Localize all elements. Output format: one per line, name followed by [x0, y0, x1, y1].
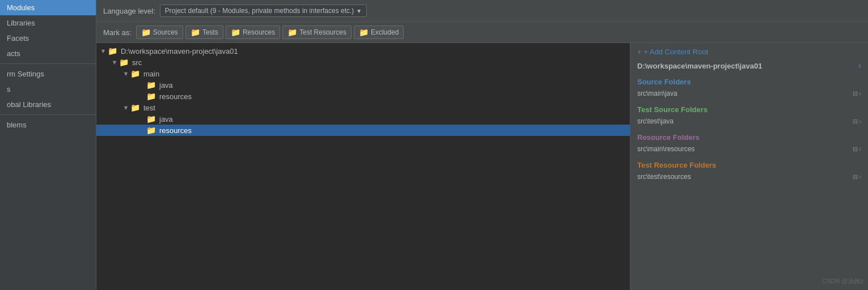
sidebar-item-platform-settings[interactable]: rm Settings: [0, 66, 96, 82]
tests-label: Tests: [202, 28, 218, 36]
test-java-folder-icon: 📁: [146, 114, 156, 123]
mark-sources-button[interactable]: 📁 Sources: [136, 25, 183, 39]
chevron-icon: ▼: [110, 59, 119, 66]
test-source-folder-path: src\test\java: [637, 117, 674, 125]
src-folder-icon: 📁: [119, 58, 129, 67]
arrow-test-resource-icon: ›: [859, 173, 861, 180]
java-folder-icon: 📁: [146, 80, 156, 89]
test-folder-label: test: [143, 104, 155, 112]
tree-item-root[interactable]: ▼ 📁 D:\workspace\maven-project\java01: [96, 45, 630, 57]
right-panel: + + Add Content Root D:\workspace\maven-…: [630, 43, 868, 290]
add-content-root-button[interactable]: + + Add Content Root: [637, 48, 861, 56]
add-content-root-label: + Add Content Root: [643, 48, 708, 56]
test-resources-label: Test Resources: [299, 28, 346, 36]
remove-source-icon: ⊟: [853, 90, 858, 97]
sidebar-divider: [0, 63, 96, 64]
sidebar-item-libraries[interactable]: Libraries: [0, 15, 96, 31]
test-source-folder-path-row: src\test\java ⊟ ›: [637, 116, 861, 126]
test-resource-folder-actions[interactable]: ⊟ ›: [853, 173, 861, 181]
sources-folder-icon: 📁: [141, 28, 151, 37]
resource-folders-section: Resource Folders src\main\resources ⊟ ›: [637, 133, 861, 154]
test-resource-folders-title: Test Resource Folders: [637, 161, 861, 169]
resource-folders-title: Resource Folders: [637, 133, 861, 142]
sources-label: Sources: [153, 28, 178, 36]
root-folder-icon: 📁: [108, 46, 117, 56]
tree-item-main-resources[interactable]: 📁 resources: [96, 91, 630, 102]
language-level-dropdown[interactable]: Project default (9 - Modules, private me…: [160, 5, 367, 17]
chevron-icon: ▼: [99, 48, 108, 54]
source-folders-title: Source Folders: [637, 78, 861, 86]
resources-label: Resources: [243, 28, 275, 36]
arrow-source-icon: ›: [859, 90, 861, 97]
remove-test-source-icon: ⊟: [853, 118, 858, 125]
source-folder-path: src\main\java: [637, 89, 678, 97]
language-level-value: Project default (9 - Modules, private me…: [165, 7, 354, 15]
sidebar-item-modules[interactable]: Modules: [0, 0, 96, 15]
language-level-toolbar: Language level: Project default (9 - Mod…: [96, 0, 868, 22]
test-source-folders-title: Test Source Folders: [637, 105, 861, 114]
sidebar-item-artifacts[interactable]: acts: [0, 46, 96, 61]
add-icon: +: [637, 48, 642, 56]
tree-item-test-java[interactable]: 📁 java: [96, 113, 630, 125]
source-folder-path-row: src\main\java ⊟ ›: [637, 88, 861, 99]
dropdown-arrow-icon: ▼: [356, 8, 362, 14]
tree-item-test[interactable]: ▼ 📁 test: [96, 102, 630, 113]
tree-item-test-resources[interactable]: 📁 resources: [96, 125, 630, 136]
mark-tests-button[interactable]: 📁 Tests: [185, 25, 223, 39]
resources-folder-icon: 📁: [231, 28, 240, 37]
test-resource-folder-path-row: src\test\resources ⊟ ›: [637, 172, 861, 182]
excluded-folder-icon: 📁: [359, 28, 369, 37]
root-path-label: D:\workspace\maven-project\java01: [637, 62, 762, 70]
remove-test-resource-icon: ⊟: [853, 173, 858, 181]
src-folder-label: src: [132, 58, 142, 67]
sidebar: Modules Libraries Facets acts rm Setting…: [0, 0, 96, 290]
arrow-resource-icon: ›: [859, 146, 861, 152]
test-java-label: java: [159, 115, 173, 123]
sidebar-divider-2: [0, 114, 96, 115]
remove-resource-icon: ⊟: [853, 146, 858, 153]
tests-folder-icon: 📁: [190, 28, 200, 37]
test-resources-label: resources: [159, 126, 192, 135]
root-path-arrow-icon: ›: [858, 61, 861, 71]
test-source-folder-actions[interactable]: ⊟ ›: [853, 118, 861, 125]
resources-folder-icon: 📁: [146, 92, 156, 101]
resource-folder-path: src\main\resources: [637, 145, 695, 153]
sidebar-item-sdks[interactable]: s: [0, 82, 96, 97]
source-folder-actions[interactable]: ⊟ ›: [853, 90, 861, 97]
root-path-row: D:\workspace\maven-project\java01 ›: [637, 61, 861, 71]
main-folder-icon: 📁: [130, 69, 140, 78]
sidebar-item-problems[interactable]: blems: [0, 117, 96, 133]
root-folder-label: D:\workspace\maven-project\java01: [121, 47, 238, 56]
sidebar-item-global-libraries[interactable]: obal Libraries: [0, 97, 96, 112]
main-resources-label: resources: [159, 92, 192, 101]
chevron-icon: ▼: [121, 70, 130, 77]
test-resource-folders-section: Test Resource Folders src\test\resources…: [637, 161, 861, 182]
language-level-label: Language level:: [103, 7, 155, 15]
mark-excluded-button[interactable]: 📁 Excluded: [354, 25, 404, 39]
source-folders-section: Source Folders src\main\java ⊟ ›: [637, 78, 861, 99]
resource-folder-actions[interactable]: ⊟ ›: [853, 146, 861, 153]
main-content: Language level: Project default (9 - Mod…: [96, 0, 868, 290]
mark-as-bar: Mark as: 📁 Sources 📁 Tests 📁 Resources 📁…: [96, 22, 868, 43]
excluded-label: Excluded: [371, 28, 399, 36]
mark-test-resources-button[interactable]: 📁 Test Resources: [282, 25, 352, 39]
arrow-test-source-icon: ›: [859, 118, 861, 125]
main-java-label: java: [159, 81, 173, 89]
watermark: CSDN @汤姆z: [822, 277, 863, 285]
tree-item-main-java[interactable]: 📁 java: [96, 79, 630, 91]
chevron-icon: ▼: [121, 104, 130, 111]
sidebar-item-facets[interactable]: Facets: [0, 31, 96, 46]
mark-as-label: Mark as:: [103, 28, 132, 37]
test-folder-icon: 📁: [130, 103, 140, 112]
tree-item-main[interactable]: ▼ 📁 main: [96, 68, 630, 79]
main-folder-label: main: [143, 70, 159, 78]
mark-resources-button[interactable]: 📁 Resources: [226, 25, 280, 39]
test-resources-folder-icon-tree: 📁: [146, 126, 156, 135]
file-tree: ▼ 📁 D:\workspace\maven-project\java01 ▼ …: [96, 43, 630, 290]
tree-item-src[interactable]: ▼ 📁 src: [96, 57, 630, 68]
test-resource-folder-path: src\test\resources: [637, 173, 691, 181]
resource-folder-path-row: src\main\resources ⊟ ›: [637, 144, 861, 154]
content-split: ▼ 📁 D:\workspace\maven-project\java01 ▼ …: [96, 43, 868, 290]
test-source-folders-section: Test Source Folders src\test\java ⊟ ›: [637, 105, 861, 126]
test-resources-folder-icon: 📁: [287, 28, 297, 37]
